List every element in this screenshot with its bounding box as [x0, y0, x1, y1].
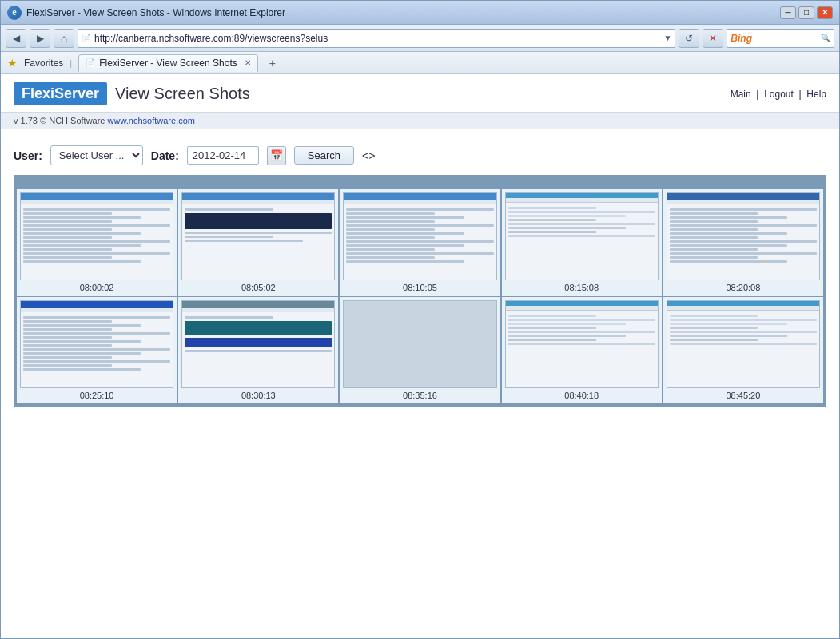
browser-window: e FlexiServer - View Screen Shots - Wind… [0, 0, 840, 639]
screenshot-thumbnail [181, 300, 335, 388]
refresh-icon[interactable]: ↺ [679, 29, 699, 48]
version-bar: v 1.73 © NCH Software www.nchsoftware.co… [1, 113, 839, 129]
screenshot-thumbnail [667, 192, 820, 280]
screenshots-header-bar [15, 177, 825, 188]
screenshot-thumbnail [181, 192, 335, 280]
page-content: FlexiServer View Screen Shots Main | Log… [1, 74, 839, 638]
screenshot-item[interactable]: 08:15:08 [502, 189, 662, 296]
address-dropdown-icon[interactable]: ▼ [663, 34, 671, 42]
screenshot-item[interactable]: 08:20:08 [663, 189, 823, 296]
search-button[interactable]: Search [294, 146, 354, 165]
tab-label: FlexiServer - View Screen Shots [99, 58, 237, 69]
date-label: Date: [151, 149, 179, 162]
screenshot-time: 08:40:18 [564, 391, 599, 400]
address-icon: 📄 [82, 34, 91, 42]
screenshot-thumbnail [505, 192, 659, 280]
brand-logo: FlexiServer [14, 82, 107, 105]
home-button[interactable]: ⌂ [54, 29, 74, 48]
main-link[interactable]: Main [731, 89, 751, 100]
header-left: FlexiServer View Screen Shots [14, 82, 250, 105]
date-input[interactable] [187, 146, 259, 165]
screenshot-item[interactable]: 08:45:20 [663, 297, 823, 403]
stop-button[interactable]: ✕ [703, 29, 723, 48]
address-bar: ◀ ▶ ⌂ 📄 ▼ ↺ ✕ Bing 🔍 [1, 25, 839, 52]
bing-search-box: Bing 🔍 [727, 29, 834, 48]
user-select[interactable]: Select User ... [50, 145, 143, 165]
address-input[interactable] [94, 33, 660, 44]
tab-icon: 📄 [86, 58, 95, 67]
address-bar-input-wrap: 📄 ▼ [78, 29, 675, 48]
screenshot-thumbnail [505, 300, 659, 388]
content-area: User: Select User ... Date: 📅 Search <> [1, 129, 839, 638]
tab-close-icon[interactable]: ✕ [245, 58, 251, 67]
new-tab-button[interactable]: + [265, 55, 281, 71]
title-bar-left: e FlexiServer - View Screen Shots - Wind… [7, 6, 285, 20]
close-button[interactable]: ✕ [817, 6, 833, 19]
screenshots-grid: 08:00:02 08:05:02 [15, 188, 825, 405]
filter-row: User: Select User ... Date: 📅 Search <> [14, 145, 826, 165]
screenshot-item[interactable]: 08:00:02 [17, 189, 177, 296]
screenshot-item[interactable]: 08:30:13 [178, 297, 338, 403]
favorites-star-icon: ★ [7, 57, 18, 69]
back-button[interactable]: ◀ [6, 29, 26, 48]
screenshot-time: 08:25:10 [80, 391, 114, 400]
logout-link[interactable]: Logout [764, 89, 794, 100]
search-area: Bing 🔍 [727, 29, 834, 48]
bing-search-input[interactable] [754, 33, 818, 44]
screenshot-time: 08:20:08 [726, 283, 760, 292]
screenshot-thumbnail [20, 300, 173, 388]
screenshot-time: 08:00:02 [80, 283, 114, 292]
browser-icon: e [7, 6, 22, 20]
window-controls: ─ □ ✕ [780, 6, 833, 19]
window-title: FlexiServer - View Screen Shots - Window… [26, 7, 285, 18]
screenshot-thumbnail [20, 192, 173, 280]
screenshot-time: 08:45:20 [726, 391, 760, 400]
screenshot-time: 08:30:13 [241, 391, 276, 400]
screenshot-time: 08:05:02 [241, 283, 276, 292]
screenshots-container: 08:00:02 08:05:02 [14, 175, 826, 407]
favorites-label: Favorites [24, 58, 63, 69]
app-header: FlexiServer View Screen Shots Main | Log… [1, 74, 839, 113]
nch-website-link[interactable]: www.nchsoftware.com [108, 116, 195, 125]
restore-button[interactable]: □ [798, 6, 814, 19]
search-go-icon[interactable]: 🔍 [821, 34, 830, 42]
calendar-button[interactable]: 📅 [267, 146, 286, 165]
screenshot-item[interactable]: 08:10:05 [340, 189, 500, 296]
user-label: User: [14, 149, 42, 162]
minimize-button[interactable]: ─ [780, 6, 796, 19]
page-title: View Screen Shots [115, 85, 250, 103]
help-link[interactable]: Help [806, 89, 826, 100]
screenshot-item[interactable]: 08:25:10 [17, 297, 177, 403]
screenshot-item[interactable]: 08:05:02 [178, 189, 338, 296]
screenshot-thumbnail [343, 300, 496, 388]
screenshot-item[interactable]: 08:35:16 [340, 297, 500, 403]
screenshot-time: 08:15:08 [564, 283, 599, 292]
screenshot-item[interactable]: 08:40:18 [502, 297, 662, 403]
screenshot-thumbnail [667, 300, 820, 388]
nav-arrows[interactable]: <> [362, 149, 375, 162]
screenshot-time: 08:35:16 [403, 391, 437, 400]
header-nav-links: Main | Logout | Help [731, 89, 826, 100]
active-tab[interactable]: 📄 FlexiServer - View Screen Shots ✕ [78, 54, 258, 72]
screenshot-time: 08:10:05 [403, 283, 437, 292]
bing-label: Bing [731, 33, 752, 44]
title-bar: e FlexiServer - View Screen Shots - Wind… [1, 1, 839, 25]
favorites-bar: ★ Favorites | 📄 FlexiServer - View Scree… [1, 52, 839, 74]
screenshot-thumbnail [343, 192, 496, 280]
version-text: v 1.73 © NCH Software [14, 116, 108, 125]
forward-button[interactable]: ▶ [30, 29, 50, 48]
